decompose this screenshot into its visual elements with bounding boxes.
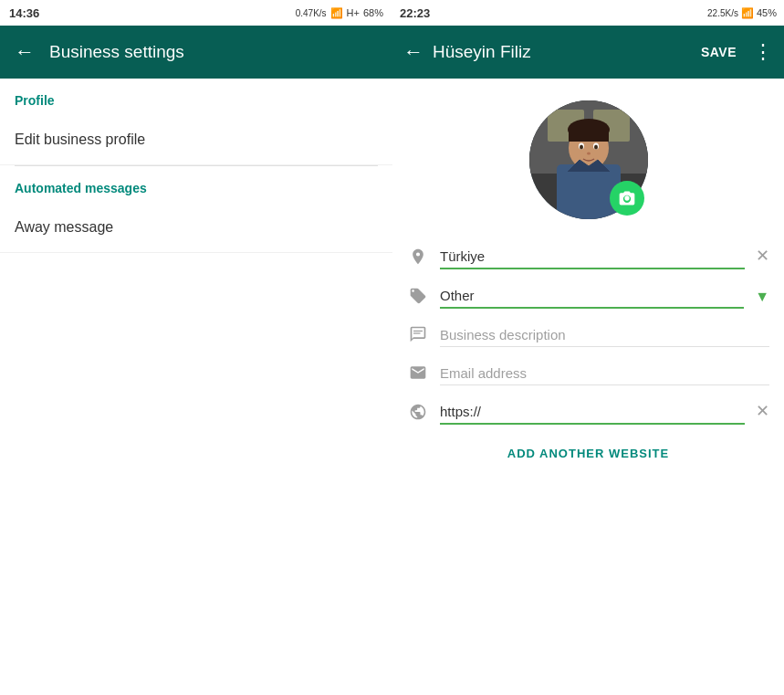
speed-indicator: 0.47K/s xyxy=(296,8,327,18)
avatar-wrapper xyxy=(529,100,648,219)
more-options-icon[interactable]: ⋮ xyxy=(753,40,773,64)
right-title: Hüseyin Filiz xyxy=(433,42,692,62)
right-status-bar: 22:23 22.5K/s 📶 45% xyxy=(392,0,784,26)
right-time: 22:23 xyxy=(400,6,430,20)
description-row xyxy=(392,316,784,351)
network-type: H+ xyxy=(347,7,360,18)
save-button[interactable]: SAVE xyxy=(701,45,737,59)
left-content: Profile Edit business profile Automated … xyxy=(0,79,392,695)
website-row: ✕ xyxy=(392,393,784,428)
svg-rect-14 xyxy=(413,331,423,332)
clear-location-icon[interactable]: ✕ xyxy=(756,246,769,266)
location-icon xyxy=(407,247,429,266)
svg-point-13 xyxy=(587,153,591,155)
website-input[interactable] xyxy=(440,400,745,425)
svg-rect-8 xyxy=(569,128,609,142)
away-message-item[interactable]: Away message xyxy=(0,203,392,253)
description-icon xyxy=(407,325,429,343)
edit-business-profile-item[interactable]: Edit business profile xyxy=(0,115,392,165)
svg-point-12 xyxy=(594,145,598,150)
location-input[interactable] xyxy=(440,245,745,269)
battery-indicator: 68% xyxy=(363,7,383,18)
left-header: ← Business settings xyxy=(0,26,392,79)
website-icon xyxy=(407,403,429,421)
svg-rect-15 xyxy=(413,332,421,333)
right-battery-indicator: 45% xyxy=(757,7,777,18)
category-icon xyxy=(407,287,429,305)
category-dropdown-icon[interactable]: ▼ xyxy=(755,289,769,305)
camera-button[interactable] xyxy=(610,181,644,216)
email-row xyxy=(392,354,784,389)
add-website-button[interactable]: ADD ANOTHER WEBSITE xyxy=(392,432,784,475)
signal-icon: 📶 xyxy=(330,7,343,19)
automated-messages-section-label: Automated messages xyxy=(0,166,392,203)
description-input[interactable] xyxy=(440,323,769,347)
right-header: ← Hüseyin Filiz SAVE ⋮ xyxy=(392,26,784,79)
category-select[interactable]: Other Automotive Beauty/Spa/Salon Clothi… xyxy=(440,284,744,309)
left-panel: 14:36 0.47K/s 📶 H+ 68% ← Business settin… xyxy=(0,0,392,695)
location-row: ✕ xyxy=(392,237,784,273)
left-status-bar: 14:36 0.47K/s 📶 H+ 68% xyxy=(0,0,392,26)
email-input[interactable] xyxy=(440,362,769,385)
clear-website-icon[interactable]: ✕ xyxy=(756,401,769,421)
right-status-icons: 22.5K/s 📶 45% xyxy=(707,7,777,19)
back-arrow-left[interactable]: ← xyxy=(15,40,35,64)
back-arrow-right[interactable]: ← xyxy=(403,40,423,64)
category-row: Other Automotive Beauty/Spa/Salon Clothi… xyxy=(392,277,784,312)
right-panel: 22:23 22.5K/s 📶 45% ← Hüseyin Filiz SAVE… xyxy=(392,0,784,695)
avatar-section xyxy=(392,79,784,237)
right-wifi-icon: 📶 xyxy=(741,7,754,19)
right-speed-indicator: 22.5K/s xyxy=(707,8,738,18)
left-time: 14:36 xyxy=(9,6,39,20)
add-website-label: ADD ANOTHER WEBSITE xyxy=(507,447,669,460)
email-icon xyxy=(407,363,429,382)
left-title: Business settings xyxy=(49,42,184,62)
camera-icon xyxy=(618,189,636,207)
right-content: ✕ Other Automotive Beauty/Spa/Salon Clot… xyxy=(392,79,784,695)
svg-point-11 xyxy=(580,145,583,150)
profile-section-label: Profile xyxy=(0,79,392,115)
left-status-icons: 0.47K/s 📶 H+ 68% xyxy=(296,7,383,19)
